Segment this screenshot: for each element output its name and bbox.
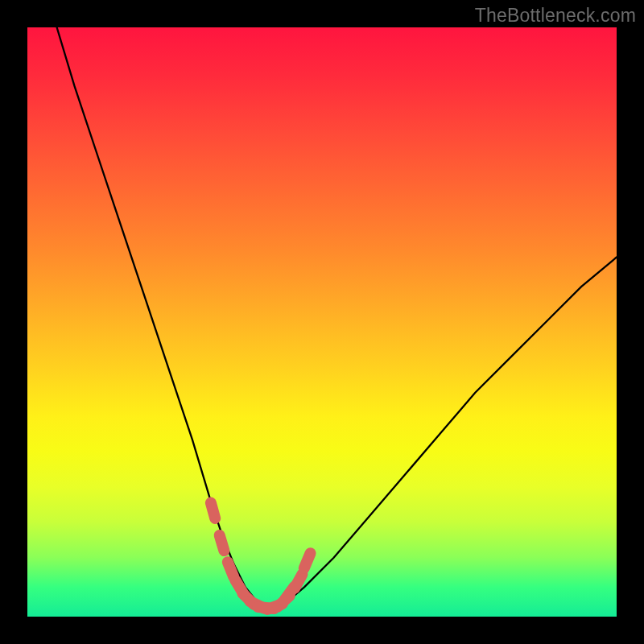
- highlight-marker: [295, 574, 303, 588]
- curve-path: [57, 27, 617, 608]
- chart-plot-area: [27, 27, 617, 617]
- highlight-marker: [220, 535, 225, 551]
- highlight-markers: [211, 503, 311, 609]
- highlight-marker: [228, 562, 234, 577]
- chart-frame: TheBottleneck.com: [0, 0, 644, 644]
- highlight-marker: [211, 503, 215, 518]
- chart-svg: [27, 27, 617, 617]
- watermark-text: TheBottleneck.com: [475, 5, 636, 27]
- highlight-marker: [304, 553, 311, 568]
